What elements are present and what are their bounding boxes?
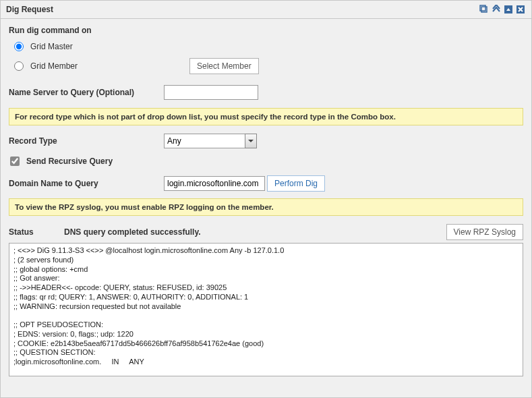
panel-header: Dig Request [1,1,531,19]
view-rpz-syslog-button[interactable]: View RPZ Syslog [446,224,523,240]
status-text: DNS query completed successfully. [64,227,446,237]
grid-master-row: Grid Master [14,42,523,51]
domain-name-row: Domain Name to Query Perform Dig [9,175,523,192]
run-on-label: Run dig command on [9,26,523,35]
record-type-info: For record type which is not part of dro… [9,108,523,125]
record-type-input[interactable] [164,134,245,148]
record-type-dropdown-button[interactable] [245,134,257,148]
grid-master-label: Grid Master [30,42,111,51]
recursive-label: Send Recursive Query [26,157,113,166]
collapse-icon[interactable] [503,4,514,15]
domain-name-input[interactable] [164,176,265,191]
dig-request-panel: Dig Request Run dig command on Grid Mast… [0,0,532,398]
grid-member-label: Grid Member [30,61,162,71]
svg-rect-0 [481,7,487,12]
status-label: Status [9,227,64,237]
grid-member-radio[interactable] [14,61,24,71]
collapse-up-icon[interactable] [491,4,502,15]
recursive-checkbox[interactable] [10,157,20,166]
rpz-info: To view the RPZ syslog, you must enable … [9,198,523,216]
name-server-input[interactable] [164,85,258,100]
grid-master-radio[interactable] [14,42,24,51]
name-server-row: Name Server to Query (Optional) [9,85,523,100]
record-type-row: Record Type [9,134,523,148]
close-icon[interactable] [515,4,526,15]
record-type-label: Record Type [9,136,164,146]
panel-body: Run dig command on Grid Master Grid Memb… [1,19,531,385]
dig-output[interactable] [9,243,523,376]
perform-dig-button[interactable]: Perform Dig [267,175,325,192]
select-member-button[interactable]: Select Member [189,58,259,74]
name-server-label: Name Server to Query (Optional) [9,88,164,97]
status-row: Status DNS query completed successfully.… [9,224,523,240]
grid-member-row: Grid Member Select Member [14,58,523,74]
output-wrap [9,243,523,378]
svg-rect-1 [480,5,485,11]
recursive-row: Send Recursive Query [10,157,523,166]
detach-icon[interactable] [479,4,490,15]
domain-name-label: Domain Name to Query [9,179,164,188]
header-icons [479,4,526,15]
panel-title: Dig Request [6,5,53,14]
record-type-combo [164,134,257,148]
